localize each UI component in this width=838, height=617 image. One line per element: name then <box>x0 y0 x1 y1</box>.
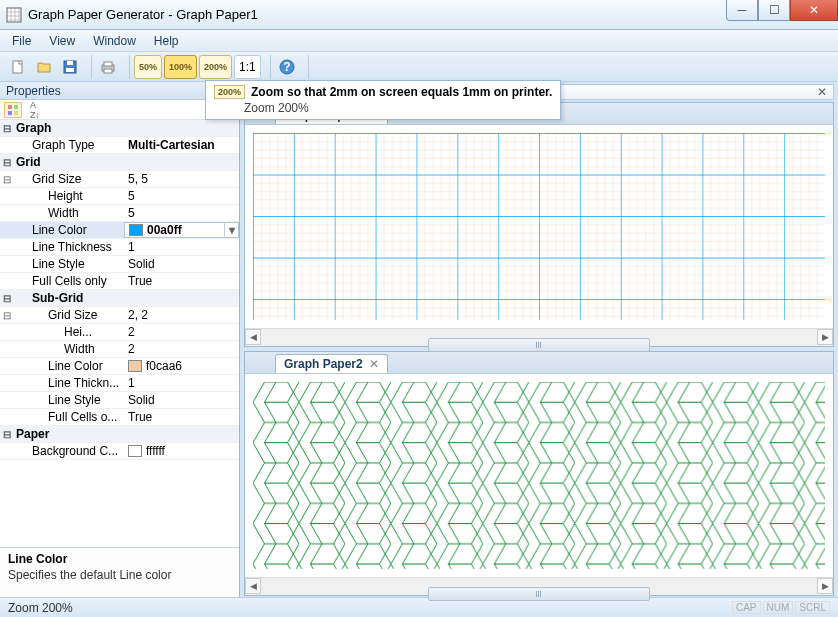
zoom-100-button[interactable]: 100% <box>164 55 197 79</box>
properties-panel: Properties AZ↓ ⊟Graph Graph TypeMulti-Ca… <box>0 82 240 597</box>
toolbar: 50% 100% 200% 1:1 ? <box>0 52 838 82</box>
tab-row-2: Graph Paper2✕ <box>245 352 833 374</box>
document-frame-2: Graph Paper2✕ <box>244 351 834 596</box>
prop-line-thickness[interactable]: Line Thickness1 <box>0 239 239 256</box>
color-swatch <box>128 445 142 457</box>
status-text: Zoom 200% <box>8 601 73 615</box>
properties-toolbar: AZ↓ <box>0 100 239 120</box>
new-button[interactable] <box>6 55 30 79</box>
zoom-ratio-button[interactable]: 1:1 <box>234 55 261 79</box>
section-subgrid[interactable]: ⊟Sub-Grid <box>0 290 239 307</box>
collapse-icon[interactable]: ⊟ <box>0 123 14 134</box>
minimize-button[interactable]: ─ <box>726 0 758 21</box>
scroll-left-icon[interactable]: ◀ <box>245 578 261 594</box>
dropdown-arrow-icon[interactable]: ▾ <box>224 223 238 237</box>
help-name: Line Color <box>8 552 231 566</box>
menu-bar: File View Window Help <box>0 30 838 52</box>
num-indicator: NUM <box>763 601 794 614</box>
scroll-thumb[interactable] <box>428 338 650 352</box>
tooltip-badge: 200% <box>214 85 245 99</box>
prop-full-cells[interactable]: Full Cells onlyTrue <box>0 273 239 290</box>
svg-rect-10 <box>8 105 12 109</box>
toolbar-separator <box>265 55 271 79</box>
prop-sub-line-style[interactable]: Line StyleSolid <box>0 392 239 409</box>
prop-line-color[interactable]: Line Color00a0ff▾ <box>0 222 239 239</box>
documents-container: Graph Paper1✕ <box>244 102 834 596</box>
zoom-tooltip: 200% Zoom so that 2mm on screen equals 1… <box>205 80 561 120</box>
canvas-1[interactable] <box>245 125 833 328</box>
prop-sub-height[interactable]: Hei...2 <box>0 324 239 341</box>
app-icon <box>6 7 22 23</box>
cap-indicator: CAP <box>732 601 761 614</box>
collapse-icon[interactable]: ⊟ <box>0 174 14 185</box>
menu-window[interactable]: Window <box>85 32 144 50</box>
prop-bg-color[interactable]: Background C...ffffff <box>0 443 239 460</box>
window-controls: ─ ☐ ✕ <box>726 0 838 21</box>
canvas-2[interactable] <box>245 374 833 577</box>
horizontal-scrollbar-1[interactable]: ◀ ▶ <box>245 328 833 346</box>
tooltip-title: Zoom so that 2mm on screen equals 1mm on… <box>251 85 552 99</box>
prop-sub-line-color[interactable]: Line Colorf0caa6 <box>0 358 239 375</box>
toolbar-separator <box>124 55 130 79</box>
svg-rect-13 <box>14 111 18 115</box>
prop-grid-width[interactable]: Width5 <box>0 205 239 222</box>
section-graph[interactable]: ⊟Graph <box>0 120 239 137</box>
svg-rect-1 <box>13 61 22 73</box>
prop-sub-width[interactable]: Width2 <box>0 341 239 358</box>
open-button[interactable] <box>32 55 56 79</box>
collapse-icon[interactable]: ⊟ <box>0 293 14 304</box>
print-button[interactable] <box>96 55 120 79</box>
status-indicators: CAP NUM SCRL <box>732 601 830 614</box>
toolbar-separator <box>86 55 92 79</box>
alphabetical-button[interactable]: AZ↓ <box>26 102 44 118</box>
prop-sub-full-cells[interactable]: Full Cells o...True <box>0 409 239 426</box>
prop-graph-type[interactable]: Graph TypeMulti-Cartesian <box>0 137 239 154</box>
properties-header: Properties <box>0 82 239 100</box>
maximize-button[interactable]: ☐ <box>758 0 790 21</box>
cartesian-grid <box>253 133 825 320</box>
properties-grid: ⊟Graph Graph TypeMulti-Cartesian ⊟Grid ⊟… <box>0 120 239 547</box>
zoom-200-button[interactable]: 200% <box>199 55 232 79</box>
section-paper[interactable]: ⊟Paper <box>0 426 239 443</box>
prop-line-style[interactable]: Line StyleSolid <box>0 256 239 273</box>
prop-sub-grid-size[interactable]: ⊟Grid Size2, 2 <box>0 307 239 324</box>
prop-grid-size[interactable]: ⊟Grid Size5, 5 <box>0 171 239 188</box>
svg-rect-4 <box>67 61 73 65</box>
svg-text:?: ? <box>283 60 290 74</box>
scrl-indicator: SCRL <box>795 601 830 614</box>
collapse-icon[interactable]: ⊟ <box>0 429 14 440</box>
scroll-left-icon[interactable]: ◀ <box>245 329 261 345</box>
svg-rect-12 <box>8 111 12 115</box>
svg-rect-11 <box>14 105 18 109</box>
prop-sub-line-thickness[interactable]: Line Thickn...1 <box>0 375 239 392</box>
prop-grid-height[interactable]: Height5 <box>0 188 239 205</box>
svg-rect-19 <box>253 382 825 569</box>
svg-rect-7 <box>104 69 112 73</box>
horizontal-scrollbar-2[interactable]: ◀ ▶ <box>245 577 833 595</box>
menu-help[interactable]: Help <box>146 32 187 50</box>
document-frame-1: Graph Paper1✕ <box>244 102 834 347</box>
close-info-button[interactable]: ✕ <box>817 85 827 99</box>
tooltip-subtitle: Zoom 200% <box>214 101 552 115</box>
save-button[interactable] <box>58 55 82 79</box>
color-swatch <box>129 224 143 236</box>
menu-view[interactable]: View <box>41 32 83 50</box>
hexagonal-grid <box>253 382 825 569</box>
close-button[interactable]: ✕ <box>790 0 838 21</box>
categorized-button[interactable] <box>4 102 22 118</box>
status-bar: Zoom 200% CAP NUM SCRL <box>0 597 838 617</box>
collapse-icon[interactable]: ⊟ <box>0 157 14 168</box>
window-title: Graph Paper Generator - Graph Paper1 <box>28 7 258 22</box>
help-button[interactable]: ? <box>275 55 299 79</box>
section-grid[interactable]: ⊟Grid <box>0 154 239 171</box>
scroll-thumb[interactable] <box>428 587 650 601</box>
scroll-right-icon[interactable]: ▶ <box>817 329 833 345</box>
collapse-icon[interactable]: ⊟ <box>0 310 14 321</box>
tab-graph-paper2[interactable]: Graph Paper2✕ <box>275 354 388 373</box>
scroll-right-icon[interactable]: ▶ <box>817 578 833 594</box>
zoom-50-button[interactable]: 50% <box>134 55 162 79</box>
close-tab-icon[interactable]: ✕ <box>369 357 379 371</box>
properties-title: Properties <box>6 84 61 98</box>
menu-file[interactable]: File <box>4 32 39 50</box>
properties-help: Line Color Specifies the default Line co… <box>0 547 239 597</box>
